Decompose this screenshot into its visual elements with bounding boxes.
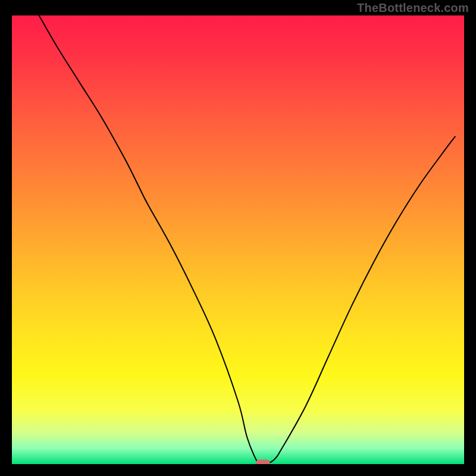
plot-area (12, 15, 464, 464)
bottleneck-chart (12, 15, 464, 464)
watermark-text: TheBottleneck.com (357, 1, 469, 15)
min-marker (256, 460, 270, 465)
chart-container: TheBottleneck.com (0, 0, 476, 476)
